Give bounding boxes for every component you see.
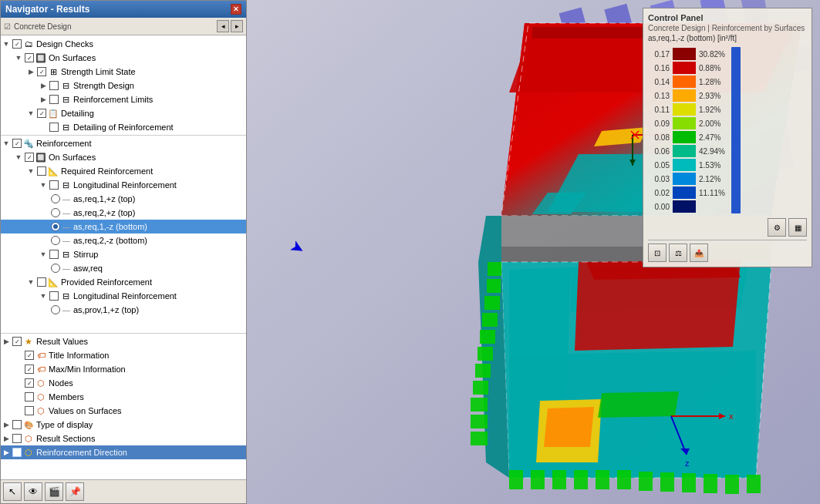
checkbox-strength-limit[interactable]: [37, 67, 46, 76]
checkbox-on-surfaces-2[interactable]: [25, 153, 34, 162]
tree-item-reinf-direction[interactable]: ▶ ⬡ Reinforcement Direction: [1, 445, 246, 459]
tree-item-as-prov-top[interactable]: — as,prov,1,+z (top): [1, 303, 246, 317]
pin-button[interactable]: 📌: [66, 482, 84, 501]
tree-item-long-reinf-2[interactable]: ▼ ⊟ Longitudinal Reinforcement: [1, 289, 246, 303]
tree-item-design-checks[interactable]: ▼ 🗂 Design Checks: [1, 37, 246, 51]
expand-reinf-limits[interactable]: ▶: [38, 94, 49, 105]
viewport[interactable]: x z x: [247, 0, 820, 504]
checkbox-type-display[interactable]: [12, 420, 22, 429]
radio-as-req-1-top[interactable]: [51, 194, 60, 203]
toolbar-next-button[interactable]: ▸: [231, 20, 243, 32]
checkbox-max-min[interactable]: [25, 365, 34, 374]
tree-item-detailing[interactable]: ▼ 📋 Detailing: [1, 106, 246, 120]
req-reinf-icon: 📐: [47, 166, 59, 176]
radio-as-req-2-top[interactable]: [51, 208, 60, 217]
checkbox-req-reinf[interactable]: [37, 166, 46, 176]
tree-item-nodes[interactable]: ⬡ Nodes: [1, 376, 246, 390]
expand-detailing[interactable]: ▼: [25, 108, 36, 119]
toolbar-prev-button[interactable]: ◂: [217, 20, 229, 32]
expand-on-surfaces-1[interactable]: ▼: [13, 52, 24, 63]
svg-rect-36: [574, 470, 588, 489]
expand-result-sections[interactable]: ▶: [1, 433, 12, 444]
tree-item-on-surfaces-1[interactable]: ▼ 🔲 On Surfaces: [1, 51, 246, 65]
tree-item-as-req-1-bot[interactable]: — as,req,1,-z (bottom): [1, 220, 246, 234]
cp-bottom-1[interactable]: ⊡: [648, 244, 666, 262]
expand-on-surfaces-2[interactable]: ▼: [13, 152, 24, 163]
tree-item-type-display[interactable]: ▶ 🎨 Type of display: [1, 418, 246, 432]
tree-item-reinforcement[interactable]: ▼ 🔩 Reinforcement: [1, 136, 246, 150]
checkbox-values-surfaces[interactable]: [25, 406, 34, 415]
tree-item-strength-design[interactable]: ▶ ⊟ Strength Design: [1, 79, 246, 92]
tree-item-result-sections[interactable]: ▶ ⬡ Result Sections: [1, 432, 246, 445]
checkbox-design-checks[interactable]: [12, 39, 22, 49]
tree-item-on-surfaces-2[interactable]: ▼ 🔲 On Surfaces: [1, 150, 246, 164]
expand-stirrup[interactable]: ▼: [38, 249, 49, 260]
eye-button[interactable]: 👁: [24, 482, 42, 501]
checkbox-reinforcement[interactable]: [12, 139, 22, 148]
expand-long-reinf-2[interactable]: ▼: [38, 291, 49, 301]
expand-strength-limit[interactable]: ▶: [25, 66, 36, 77]
checkbox-result-values[interactable]: [12, 337, 22, 346]
reinf-direction-icon: ⬡: [22, 447, 35, 458]
expand-design-checks[interactable]: ▼: [1, 39, 12, 49]
cp-bottom-3[interactable]: 📤: [690, 244, 708, 262]
checkbox-stirrup[interactable]: [49, 250, 59, 259]
checkbox-result-sections[interactable]: [12, 434, 22, 443]
tree-item-strength-limit[interactable]: ▶ ⊞ Strength Limit State: [1, 65, 246, 79]
tree-item-detailing-reinf[interactable]: ⊟ Detailing of Reinforcement: [1, 120, 246, 134]
radio-asw-req[interactable]: [51, 264, 60, 273]
checkbox-title-info[interactable]: [25, 351, 34, 360]
checkbox-nodes[interactable]: [25, 378, 34, 388]
tree-item-long-reinf-1[interactable]: ▼ ⊟ Longitudinal Reinforcement: [1, 178, 246, 192]
checkbox-prov-reinf[interactable]: [37, 277, 46, 287]
expand-long-reinf-1[interactable]: ▼: [38, 180, 49, 190]
checkbox-long-reinf-2[interactable]: [49, 291, 59, 301]
cp-tool-1[interactable]: ⚙: [768, 218, 786, 237]
cp-tool-2[interactable]: ▦: [788, 218, 807, 237]
tree-item-as-req-2-bot[interactable]: — as,req,2,-z (bottom): [1, 234, 246, 247]
result-values-icon: ★: [22, 336, 35, 347]
tree-item-members[interactable]: ⬡ Members: [1, 390, 246, 404]
legend-color-swatch-7: [673, 145, 696, 157]
radio-as-req-2-bot[interactable]: [51, 236, 60, 245]
expand-type-display[interactable]: ▶: [1, 419, 12, 430]
expand-prov-reinf[interactable]: ▼: [25, 277, 36, 287]
checkbox-detailing[interactable]: [37, 109, 46, 118]
tree-item-as-req-1-top[interactable]: — as,req,1,+z (top): [1, 192, 246, 206]
result-sections-icon: ⬡: [22, 433, 35, 444]
checkbox-reinf-limits[interactable]: [49, 95, 59, 104]
checkbox-on-surfaces-1[interactable]: [25, 53, 34, 62]
legend-value-3: 0.13: [648, 92, 670, 100]
expand-req-reinf[interactable]: ▼: [25, 166, 36, 176]
checkbox-reinf-direction[interactable]: [12, 448, 22, 457]
checkbox-strength-design[interactable]: [49, 81, 59, 90]
expand-reinf-direction[interactable]: ▶: [1, 447, 12, 458]
tree-item-asw-req[interactable]: — asw,req: [1, 261, 246, 275]
prov-reinf-icon: 📐: [47, 277, 59, 287]
checkbox-detailing-reinf[interactable]: [49, 123, 59, 132]
radio-as-req-1-bot[interactable]: [51, 222, 60, 231]
tree-item-req-reinf[interactable]: ▼ 📐 Required Reinforcement: [1, 164, 246, 178]
checkbox-long-reinf-1[interactable]: [49, 180, 59, 190]
expand-reinforcement[interactable]: ▼: [1, 138, 12, 149]
legend-pct-0: 30.82%: [699, 50, 725, 59]
radio-as-prov-top[interactable]: [51, 305, 60, 314]
tree-label-design-checks: Design Checks: [36, 39, 93, 49]
tree-item-title-info[interactable]: 🏷 Title Information: [1, 348, 246, 362]
tree-item-stirrup[interactable]: ▼ ⊟ Stirrup: [1, 247, 246, 261]
tree-item-prov-reinf[interactable]: ▼ 📐 Provided Reinforcement: [1, 275, 246, 289]
cursor-button[interactable]: ↖: [3, 482, 22, 501]
tree-item-result-values[interactable]: ▶ ★ Result Values: [1, 334, 246, 348]
expand-strength-design[interactable]: ▶: [38, 80, 49, 91]
tree-item-values-surfaces[interactable]: ⬡ Values on Surfaces: [1, 404, 246, 418]
tree-item-max-min[interactable]: 🏷 Max/Min Information: [1, 362, 246, 376]
expand-result-values[interactable]: ▶: [1, 336, 12, 347]
tree-item-reinf-limits[interactable]: ▶ ⊟ Reinforcement Limits: [1, 92, 246, 106]
tree-label-reinf-direction: Reinforcement Direction: [36, 448, 127, 457]
tree-item-as-req-2-top[interactable]: — as,req,2,+z (top): [1, 206, 246, 220]
navigator-close-button[interactable]: ✕: [231, 4, 241, 15]
checkbox-members[interactable]: [25, 392, 34, 402]
camera-button[interactable]: 🎬: [45, 482, 63, 501]
legend-pct-2: 1.28%: [699, 78, 720, 86]
cp-bottom-2[interactable]: ⚖: [669, 244, 687, 262]
